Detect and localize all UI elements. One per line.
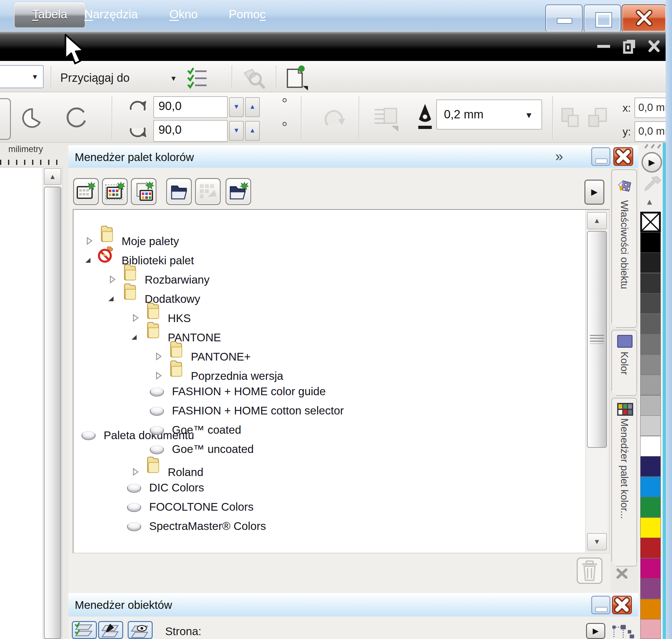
spin-down-button[interactable]: ▼ [229, 121, 244, 141]
no-color-swatch[interactable] [640, 212, 661, 232]
scroll-up-button[interactable]: ▲ [44, 168, 61, 185]
document-close-icon[interactable] [647, 38, 661, 54]
expander-expanded-icon[interactable] [130, 333, 139, 341]
expander-expanded-icon[interactable] [84, 256, 92, 264]
color-swatch[interactable] [640, 497, 661, 517]
expander-collapsed-icon[interactable] [85, 237, 94, 245]
scroll-up-button[interactable]: ▲ [587, 212, 607, 229]
layer-manager-view-button[interactable] [128, 621, 153, 639]
object-manager-header[interactable]: Menedżer obiektów [68, 593, 638, 617]
color-swatch-icon [617, 335, 632, 348]
window-minimize-button[interactable] [545, 4, 582, 32]
color-swatch[interactable] [640, 517, 661, 538]
eyedropper-icon[interactable] [642, 174, 663, 196]
expander-collapsed-icon[interactable] [131, 468, 140, 476]
tab-object-properties[interactable]: Właściwości obiektu [611, 169, 637, 328]
expander-collapsed-icon[interactable] [155, 352, 163, 361]
layers-check-icon [73, 622, 95, 638]
new-empty-palette-button[interactable] [73, 178, 99, 205]
tree-item[interactable]: TOYO COLOR FINDER [0, 0, 510, 14]
palette-scroll-up-icon[interactable]: ▲ [645, 197, 654, 207]
color-swatch[interactable] [640, 355, 661, 375]
open-palette-library-button[interactable] [225, 178, 251, 205]
color-swatch[interactable] [640, 293, 661, 314]
arc-shape-icon[interactable] [64, 106, 89, 131]
to-front-icon[interactable] [559, 106, 583, 131]
color-swatch[interactable] [640, 395, 661, 416]
color-swatch[interactable] [640, 619, 661, 639]
color-swatch[interactable] [640, 537, 661, 558]
rotation-angle-input[interactable]: 90,0 [153, 96, 228, 118]
color-swatch[interactable] [640, 578, 661, 599]
rotate-icon[interactable] [321, 105, 348, 133]
docker-minimize-button[interactable] [591, 596, 610, 614]
docker-flyout-button[interactable]: ▶ [584, 180, 604, 205]
color-swatch[interactable] [640, 252, 661, 273]
wrap-text-icon[interactable] [373, 105, 400, 134]
canvas-scrollbar-thumb[interactable] [44, 187, 61, 639]
color-swatch[interactable] [640, 314, 661, 334]
window-border-accent [663, 143, 666, 639]
expand-chevron-icon[interactable]: » [555, 148, 563, 164]
toolbar-combo[interactable]: ▼ [0, 65, 44, 88]
color-swatch[interactable] [640, 558, 661, 579]
color-swatch[interactable] [640, 273, 661, 294]
document-minimize-icon[interactable] [597, 45, 610, 48]
expander-collapsed-icon[interactable] [155, 372, 163, 380]
color-swatch[interactable] [640, 599, 661, 620]
docker-flyout-button[interactable]: ▶ [586, 623, 605, 639]
clipped-button[interactable] [0, 98, 11, 140]
palette-flyout-button[interactable]: ▶ [642, 152, 662, 173]
expander-collapsed-icon[interactable] [108, 275, 117, 284]
color-swatch[interactable] [640, 436, 661, 456]
spin-up-button[interactable]: ▲ [245, 121, 260, 141]
rotation-angle-input-2[interactable]: 90,0 [153, 120, 228, 142]
docker-minimize-button[interactable] [591, 147, 610, 166]
chevron-down-icon[interactable]: ▼ [170, 74, 177, 83]
new-palette-from-selection-button[interactable] [131, 178, 157, 205]
color-swatch[interactable] [640, 416, 661, 436]
new-palette-from-document-button[interactable] [102, 178, 128, 205]
to-back-icon[interactable] [586, 106, 609, 131]
expander-expanded-icon[interactable] [107, 295, 115, 303]
tree-scrollbar-thumb[interactable] [587, 231, 607, 448]
tab-palette-manager[interactable]: Menedżer palet kolor... [611, 398, 637, 566]
docker-close-button[interactable] [612, 596, 632, 614]
zoom-preview-icon[interactable] [241, 67, 266, 91]
color-swatch[interactable] [640, 232, 661, 253]
y-coordinate-field[interactable]: 0,0 mm [635, 121, 670, 142]
edit-across-layers-button[interactable] [98, 621, 123, 639]
outline-width-combo[interactable]: 0,2 mm ▼ [436, 99, 542, 129]
scroll-down-button[interactable]: ▼ [587, 533, 607, 550]
pie-shape-icon[interactable] [20, 106, 44, 131]
docker-close-button[interactable] [613, 147, 633, 166]
options-page-icon[interactable] [283, 65, 309, 92]
drag-dots-icon[interactable] [643, 143, 663, 150]
export-palette-button[interactable] [195, 178, 221, 205]
color-swatch[interactable] [640, 456, 661, 477]
snap-options-icon[interactable] [187, 67, 209, 91]
close-dock-icon[interactable] [615, 567, 629, 580]
ruler-units-label[interactable]: milimetry [8, 144, 43, 154]
window-restore-button[interactable] [584, 4, 621, 32]
color-swatch[interactable] [640, 334, 661, 355]
object-manager-title: Menedżer obiektów [75, 598, 172, 611]
document-restore-icon[interactable] [622, 38, 638, 56]
show-object-properties-button[interactable] [72, 621, 97, 639]
window-close-button[interactable] [622, 4, 667, 32]
spin-down-button[interactable]: ▼ [229, 97, 244, 117]
color-swatch[interactable] [640, 477, 661, 497]
palette-manager-header[interactable]: Menedżer palet kolorów » [68, 145, 638, 168]
tree-item[interactable]: Paleta dokumentu [0, 213, 510, 232]
palette-icon [150, 386, 164, 398]
delete-palette-button[interactable] [577, 558, 603, 584]
document-canvas[interactable] [0, 167, 43, 639]
x-coordinate-field[interactable]: 0,0 mm [635, 97, 670, 118]
folder-icon [98, 224, 117, 243]
color-swatch[interactable] [640, 375, 661, 395]
open-palette-button[interactable] [166, 178, 192, 205]
expander-collapsed-icon[interactable] [131, 314, 140, 322]
snap-to-label[interactable]: Przyciągaj do [60, 71, 129, 85]
spin-up-button[interactable]: ▲ [245, 97, 260, 117]
tab-color[interactable]: Kolor [611, 330, 637, 396]
